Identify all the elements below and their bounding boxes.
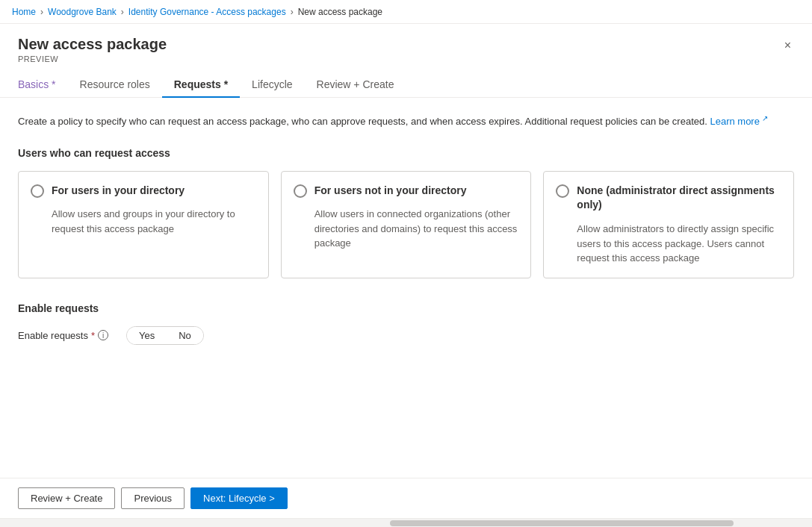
option-none-admin-desc: Allow administrators to directly assign … xyxy=(556,222,781,266)
radio-none-admin xyxy=(556,184,569,198)
option-card-not-in-directory[interactable]: For users not in your directory Allow us… xyxy=(281,171,532,278)
enable-requests-toggle[interactable]: Yes No xyxy=(126,326,204,345)
tab-requests[interactable]: Requests * xyxy=(162,72,240,98)
tab-lifecycle[interactable]: Lifecycle xyxy=(240,72,304,98)
info-icon[interactable]: i xyxy=(98,330,108,340)
option-none-admin-title: None (administrator direct assignments o… xyxy=(577,184,781,213)
breadcrumb-bar: Home › Woodgrove Bank › Identity Governa… xyxy=(0,0,812,24)
radio-not-in-directory xyxy=(294,184,307,198)
horizontal-scrollbar[interactable] xyxy=(0,518,812,527)
required-star: * xyxy=(91,330,95,341)
learn-more-link[interactable]: Learn more ↗ xyxy=(710,116,767,127)
toggle-no[interactable]: No xyxy=(167,327,203,344)
breadcrumb-sep-2: › xyxy=(121,7,124,17)
bottom-bar: Review + Create Previous Next: Lifecycle… xyxy=(0,478,812,518)
option-card-none-admin[interactable]: None (administrator direct assignments o… xyxy=(543,171,794,278)
enable-requests-section: Enable requests Enable requests * i Yes … xyxy=(18,302,794,345)
previous-button[interactable]: Previous xyxy=(121,487,185,509)
option-in-directory-desc: Allow users and groups in your directory… xyxy=(31,207,256,236)
breadcrumb-woodgrove[interactable]: Woodgrove Bank xyxy=(48,7,117,17)
description-text: Create a policy to specify who can reque… xyxy=(18,113,794,129)
toggle-yes[interactable]: Yes xyxy=(127,327,167,344)
option-card-none-admin-header: None (administrator direct assignments o… xyxy=(556,184,781,213)
close-button[interactable]: × xyxy=(781,36,794,55)
option-card-in-directory[interactable]: For users in your directory Allow users … xyxy=(18,171,269,278)
scroll-thumb xyxy=(390,520,734,526)
panel-title-group: New access package PREVIEW xyxy=(18,36,167,63)
tab-basics[interactable]: Basics * xyxy=(18,72,68,98)
option-not-in-directory-desc: Allow users in connected organizations (… xyxy=(294,207,519,251)
option-cards: For users in your directory Allow users … xyxy=(18,171,794,278)
option-in-directory-title: For users in your directory xyxy=(52,184,185,199)
main-panel: New access package PREVIEW × Basics * Re… xyxy=(0,24,812,518)
review-create-button[interactable]: Review + Create xyxy=(18,487,115,509)
breadcrumb-sep-1: › xyxy=(40,7,43,17)
tab-review-create[interactable]: Review + Create xyxy=(305,72,406,98)
breadcrumb-current: New access package xyxy=(298,7,382,17)
radio-in-directory xyxy=(31,184,44,198)
breadcrumb-sep-3: › xyxy=(291,7,294,17)
breadcrumb-identity-governance[interactable]: Identity Governance - Access packages xyxy=(128,7,286,17)
enable-requests-heading: Enable requests xyxy=(18,302,794,314)
panel-title: New access package xyxy=(18,36,167,53)
external-link-icon: ↗ xyxy=(760,114,768,122)
enable-requests-label: Enable requests * i xyxy=(18,330,108,341)
option-card-not-in-directory-header: For users not in your directory xyxy=(294,184,519,199)
preview-badge: PREVIEW xyxy=(18,54,167,63)
users-section-heading: Users who can request access xyxy=(18,147,794,159)
panel-header: New access package PREVIEW × Basics * Re… xyxy=(0,24,812,98)
breadcrumb-home[interactable]: Home xyxy=(12,7,36,17)
option-card-in-directory-header: For users in your directory xyxy=(31,184,256,199)
next-lifecycle-button[interactable]: Next: Lifecycle > xyxy=(190,487,288,509)
tab-resource-roles[interactable]: Resource roles xyxy=(68,72,162,98)
option-not-in-directory-title: For users not in your directory xyxy=(314,184,467,199)
tab-bar: Basics * Resource roles Requests * Lifec… xyxy=(18,72,794,97)
enable-requests-row: Enable requests * i Yes No xyxy=(18,326,794,345)
panel-content: Create a policy to specify who can reque… xyxy=(0,98,812,478)
